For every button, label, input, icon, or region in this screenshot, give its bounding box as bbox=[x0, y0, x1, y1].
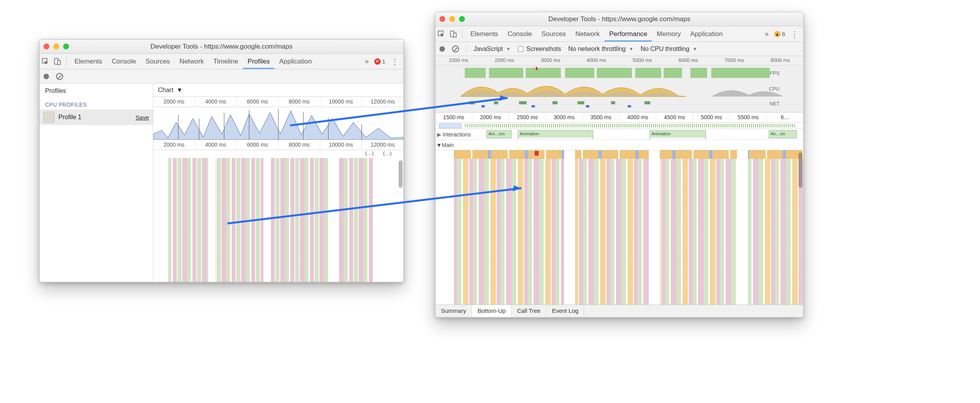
screenshots-toggle[interactable]: Screenshots bbox=[518, 45, 561, 53]
tab-event-log[interactable]: Event Log bbox=[546, 305, 584, 317]
profile-thumb-icon bbox=[44, 112, 54, 123]
scrub-bar[interactable] bbox=[436, 123, 803, 129]
tab-sources[interactable]: Sources bbox=[141, 54, 174, 69]
cpu-overview[interactable] bbox=[153, 107, 403, 140]
flame-scrollbar[interactable] bbox=[799, 152, 802, 188]
animation-chip[interactable]: Ani…ion bbox=[486, 130, 512, 138]
panel-tabs: Elements Console Sources Network Timelin… bbox=[40, 54, 403, 69]
svg-rect-17 bbox=[486, 68, 489, 78]
titlebar[interactable]: Developer Tools - https://www.google.com… bbox=[436, 12, 803, 26]
svg-rect-20 bbox=[594, 68, 597, 78]
clear-button[interactable] bbox=[452, 45, 459, 53]
network-throttle[interactable]: No network throttling▼ bbox=[568, 45, 634, 53]
tab-network[interactable]: Network bbox=[571, 26, 604, 42]
svg-rect-27 bbox=[552, 101, 557, 104]
close-icon[interactable] bbox=[439, 16, 445, 22]
tab-console[interactable]: Console bbox=[107, 54, 141, 69]
overview-axis: 1000 ms2000 ms3000 ms4000 ms5000 ms6000 … bbox=[436, 56, 803, 65]
zoom-icon[interactable] bbox=[63, 44, 69, 49]
window-title: Developer Tools - https://www.google.com… bbox=[436, 15, 803, 23]
device-toggle-icon[interactable] bbox=[447, 31, 459, 38]
record-button[interactable] bbox=[44, 74, 49, 79]
tab-call-tree[interactable]: Call Tree bbox=[512, 305, 546, 317]
svg-rect-30 bbox=[644, 101, 650, 104]
chevron-down-icon: ▼ bbox=[176, 87, 183, 94]
tab-network[interactable]: Network bbox=[175, 54, 209, 69]
flame-axis: 2000 ms4000 ms6000 ms8000 ms10000 ms1200… bbox=[153, 140, 403, 150]
animation-chip[interactable]: An…on bbox=[769, 130, 797, 138]
overview-lanes[interactable]: FPS CPU NET bbox=[436, 65, 803, 113]
overflow-icon[interactable]: » bbox=[765, 30, 769, 38]
main-track-header[interactable]: ▼ Main bbox=[436, 140, 803, 150]
inspect-icon[interactable] bbox=[40, 58, 51, 65]
disclosure-icon[interactable]: ▶ bbox=[436, 131, 443, 138]
warning-badge[interactable]: ▲6 bbox=[774, 31, 785, 37]
profile-item[interactable]: Profile 1 Save bbox=[40, 109, 153, 125]
titlebar[interactable]: Developer Tools - https://www.google.com… bbox=[40, 40, 403, 54]
tab-timeline[interactable]: Timeline bbox=[209, 54, 243, 69]
tab-profiles[interactable]: Profiles bbox=[243, 54, 275, 69]
view-selector[interactable]: Chart ▼ bbox=[153, 84, 403, 97]
svg-rect-19 bbox=[561, 68, 565, 78]
timeline-axis: 1500 ms2000 ms2500 ms3000 ms3500 ms4000 … bbox=[436, 113, 803, 123]
window-controls bbox=[44, 44, 69, 49]
svg-rect-26 bbox=[519, 101, 526, 104]
performance-toolbar: JavaScript▼ Screenshots No network throt… bbox=[436, 42, 803, 56]
tab-bottom-up[interactable]: Bottom-Up bbox=[472, 305, 512, 317]
record-button[interactable] bbox=[439, 46, 445, 52]
window-controls bbox=[439, 16, 465, 22]
sidebar-header: Profiles bbox=[40, 84, 153, 98]
interactions-track[interactable]: ▶ Interactions Ani…ion Animation Animati… bbox=[436, 129, 803, 140]
cpu-throttle[interactable]: No CPU throttling▼ bbox=[641, 45, 697, 53]
kebab-icon[interactable]: ⋮ bbox=[391, 57, 399, 66]
clear-button[interactable] bbox=[56, 73, 63, 80]
devtools-window-profiles: Developer Tools - https://www.google.com… bbox=[39, 39, 404, 282]
tab-performance[interactable]: Performance bbox=[604, 26, 652, 42]
flame-chart[interactable] bbox=[153, 158, 403, 282]
tab-application[interactable]: Application bbox=[274, 54, 316, 69]
overflow-icon[interactable]: » bbox=[365, 57, 369, 65]
animation-chip[interactable]: Animation bbox=[650, 130, 706, 138]
tab-application[interactable]: Application bbox=[686, 26, 728, 42]
tab-console[interactable]: Console bbox=[503, 26, 537, 42]
zoom-icon[interactable] bbox=[459, 16, 465, 22]
tab-sources[interactable]: Sources bbox=[537, 26, 570, 42]
tab-elements[interactable]: Elements bbox=[466, 26, 503, 42]
tab-elements[interactable]: Elements bbox=[70, 54, 107, 69]
minimize-icon[interactable] bbox=[53, 44, 59, 49]
svg-rect-31 bbox=[481, 105, 485, 107]
svg-rect-15 bbox=[690, 68, 707, 78]
svg-rect-32 bbox=[532, 105, 535, 107]
animation-chip[interactable]: Animation bbox=[518, 130, 593, 138]
panel-tabs: Elements Console Sources Network Perform… bbox=[436, 26, 803, 42]
svg-rect-33 bbox=[586, 105, 590, 107]
close-icon[interactable] bbox=[44, 44, 49, 49]
details-tabs: Summary Bottom-Up Call Tree Event Log bbox=[436, 305, 803, 317]
profile-name: Profile 1 bbox=[58, 114, 82, 121]
overview-axis: 2000 ms4000 ms6000 ms8000 ms10000 ms1200… bbox=[153, 97, 403, 107]
selection-range[interactable] bbox=[439, 123, 461, 128]
long-task-marker bbox=[535, 151, 539, 156]
chart-pane: Chart ▼ 2000 ms4000 ms6000 ms8000 ms1000… bbox=[153, 84, 403, 282]
tab-memory[interactable]: Memory bbox=[652, 26, 685, 42]
flame-scrollbar[interactable] bbox=[399, 160, 403, 188]
profiles-toolbar bbox=[40, 69, 403, 84]
device-toggle-icon[interactable] bbox=[51, 58, 63, 65]
tab-summary[interactable]: Summary bbox=[436, 305, 472, 317]
error-badge[interactable]: ✕1 bbox=[374, 58, 385, 65]
svg-rect-13 bbox=[454, 33, 456, 37]
window-title: Developer Tools - https://www.google.com… bbox=[40, 43, 403, 51]
inspect-icon[interactable] bbox=[436, 31, 447, 38]
js-filter[interactable]: JavaScript▼ bbox=[474, 45, 511, 53]
svg-rect-34 bbox=[628, 105, 631, 107]
profiles-sidebar: Profiles CPU PROFILES Profile 1 Save bbox=[40, 84, 153, 282]
disclosure-icon[interactable]: ▼ bbox=[436, 142, 442, 148]
svg-rect-29 bbox=[611, 101, 615, 104]
svg-rect-24 bbox=[469, 101, 475, 104]
save-link[interactable]: Save bbox=[136, 114, 149, 121]
main-flame-chart[interactable] bbox=[436, 150, 803, 305]
kebab-icon[interactable]: ⋮ bbox=[791, 29, 799, 39]
svg-rect-28 bbox=[577, 101, 584, 104]
minimize-icon[interactable] bbox=[449, 16, 455, 22]
svg-rect-18 bbox=[523, 68, 526, 78]
